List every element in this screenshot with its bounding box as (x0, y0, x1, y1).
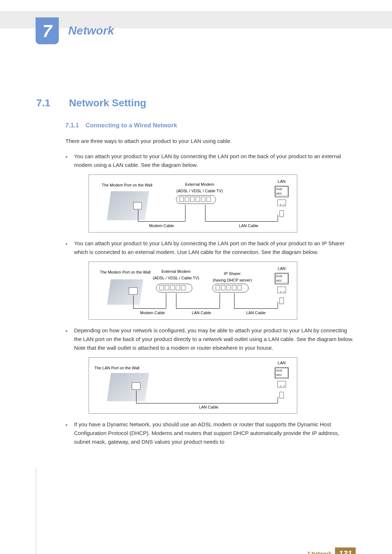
modem-label-line2: (ADSL / VDSL / Cable TV) (176, 189, 223, 193)
list-item: If you have a Dynamic Network, you shoul… (65, 420, 356, 446)
cable-line (133, 295, 134, 308)
lan-label: LAN (272, 360, 291, 366)
footer: 7 Network 131 (307, 547, 356, 554)
cable-line (278, 397, 278, 403)
port-icon (277, 287, 286, 293)
cable-line (185, 205, 185, 221)
cable-line (166, 293, 166, 308)
bullet-text: If you have a Dynamic Network, you shoul… (74, 421, 339, 445)
port-icon (277, 200, 286, 206)
cable-line (220, 293, 220, 308)
header-bar (0, 11, 392, 28)
wall-port-icon (133, 202, 142, 209)
rj45-label: RJ45 MDC (275, 368, 288, 377)
cable-line (205, 221, 278, 222)
chapter-title: Network (68, 24, 114, 37)
modem-cable-label: Modem Cable (140, 223, 183, 229)
modem-cable-label: Modem Cable (134, 310, 171, 316)
intro-paragraph: There are three ways to attach your prod… (65, 138, 356, 144)
cable-line (133, 308, 166, 309)
lan-cable-label: LAN Cable (230, 223, 267, 229)
page: 7 Network 7.1 Network Setting 7.1.1 Conn… (0, 11, 392, 554)
port-icon (277, 381, 286, 387)
list-item: You can attach your product to your LAN … (65, 239, 356, 320)
bullet-text: You can attach your product to your LAN … (74, 153, 341, 168)
ip-sharer-icon (212, 284, 249, 292)
cable-line (205, 205, 205, 221)
side-stripe (35, 468, 37, 554)
wall-port-icon (129, 287, 138, 295)
product-lan-panel: LAN RJ45 MDC (272, 266, 291, 316)
external-modem-label: External Modem (ADSL / VDSL / Cable TV) (147, 268, 205, 281)
lan-label: LAN (272, 266, 291, 272)
rj45-label: RJ45 MDC (275, 274, 288, 283)
cable-line (136, 403, 278, 403)
cable-line (138, 221, 185, 222)
rj45-port-icon: RJ45 MDC (275, 186, 289, 197)
modem-label-line1: External Modem (162, 269, 191, 274)
wall-port-label: The Modem Port on the Wall (96, 182, 158, 189)
wall-icon (107, 373, 149, 401)
diagram-ip-sharer: The Modem Port on the Wall External Mode… (89, 262, 297, 320)
lan-cable-label: LAN Cable (191, 404, 227, 411)
bullet-text: Depending on how your network is configu… (74, 327, 354, 351)
lan-cable-label: LAN Cable (241, 310, 270, 316)
rj45-port-icon: RJ45 MDC (275, 273, 289, 284)
cable-line (176, 308, 220, 309)
footer-chapter-label: 7 Network (307, 551, 331, 554)
rj45-port-icon: RJ45 MDC (275, 367, 289, 379)
product-lan-panel: LAN RJ45 MDC (272, 178, 291, 229)
list-item: Depending on how your network is configu… (65, 326, 356, 414)
cable-line (138, 210, 138, 221)
cable-line (278, 215, 278, 221)
page-number: 131 (335, 547, 356, 554)
sharer-label-line2: (having DHCP server) (213, 278, 252, 282)
modem-label-line1: External Modem (185, 182, 214, 186)
modem-icon (156, 284, 192, 292)
diagram-wall-lan: The LAN Port on the Wall LAN RJ45 MDC LA… (89, 357, 297, 414)
chapter-number-tab: 7 (36, 17, 59, 44)
section-number: 7.1 (36, 97, 58, 109)
cable-line (278, 302, 278, 308)
cable-plug-icon (279, 392, 284, 398)
content-area: 7.1 Network Setting 7.1.1 Connecting to … (0, 28, 392, 446)
modem-icon (176, 195, 216, 204)
bullet-list: You can attach your product to your LAN … (65, 152, 356, 446)
list-item: You can attach your product to your LAN … (65, 152, 356, 233)
modem-label-line2: (ADSL / VDSL / Cable TV) (153, 276, 199, 280)
cable-line (136, 390, 136, 403)
cable-plug-icon (279, 297, 284, 304)
sharer-label-line1: IP Sharer (224, 271, 241, 276)
diagram-modem: The Modem Port on the Wall External Mode… (89, 175, 297, 233)
bullet-text: You can attach your product to your LAN … (74, 240, 344, 255)
ip-sharer-label: IP Sharer (having DHCP server) (205, 271, 260, 283)
section-heading: 7.1 Network Setting (36, 97, 356, 109)
cable-plug-icon (279, 210, 284, 217)
section-title: Network Setting (69, 97, 146, 109)
cable-line (176, 293, 176, 308)
wall-lan-port-label: The LAN Port on the Wall (94, 365, 160, 372)
subsection-number: 7.1.1 (65, 122, 79, 129)
subsection-heading: 7.1.1 Connecting to a Wired Network (65, 122, 356, 129)
wall-icon (107, 279, 143, 305)
wall-port-icon (132, 382, 140, 390)
subsection-title: Connecting to a Wired Network (86, 122, 177, 129)
external-modem-label: External Modem (ADSL / VDSL / Cable TV) (169, 181, 230, 194)
wall-icon (107, 191, 149, 220)
cable-line (234, 308, 278, 309)
lan-cable-label: LAN Cable (187, 310, 216, 316)
rj45-label: RJ45 MDC (275, 186, 288, 196)
cable-line (234, 293, 234, 308)
lan-label: LAN (272, 178, 291, 185)
